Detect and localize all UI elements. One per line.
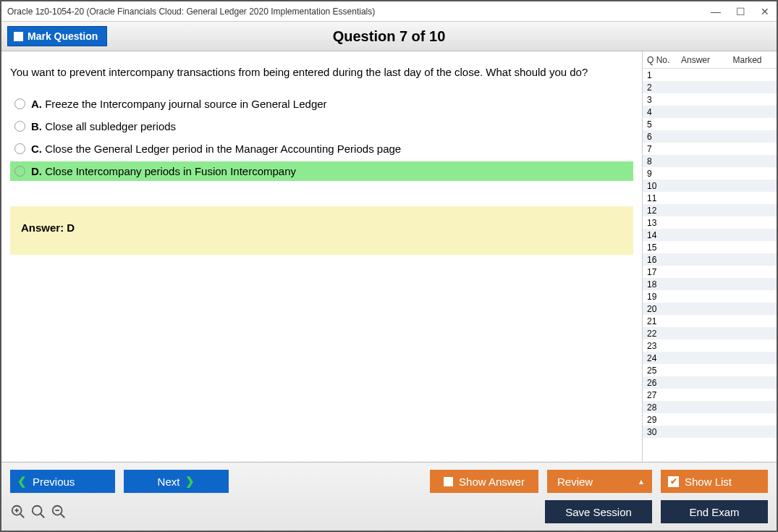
minimize-icon[interactable]: —	[710, 7, 722, 17]
window-controls: — ☐ ✕	[710, 7, 771, 17]
option-c[interactable]: C. Close the General Ledger period in th…	[10, 139, 633, 159]
row-qno: 11	[643, 193, 673, 203]
zoom-in-icon[interactable]	[10, 504, 26, 520]
show-list-check-icon: ✔	[668, 476, 679, 487]
close-icon[interactable]: ✕	[759, 7, 771, 17]
row-qno: 13	[643, 218, 673, 228]
list-row[interactable]: 20	[643, 303, 777, 315]
row-qno: 25	[643, 366, 673, 376]
question-list[interactable]: 1234567891011121314151617181920212223242…	[643, 69, 777, 462]
row-qno: 8	[643, 156, 673, 166]
show-answer-button[interactable]: Show Answer	[430, 470, 538, 493]
row-qno: 21	[643, 316, 673, 326]
review-dropdown-icon: ▲	[638, 478, 645, 486]
footer-row-2: Save Session End Exam	[10, 500, 768, 523]
review-button[interactable]: Review ▲	[547, 470, 652, 493]
list-row[interactable]: 29	[643, 413, 777, 426]
list-row[interactable]: 14	[643, 229, 777, 241]
list-row[interactable]: 25	[643, 364, 777, 376]
list-row[interactable]: 2	[643, 81, 777, 93]
list-row[interactable]: 24	[643, 352, 777, 364]
col-answer: Answer	[673, 55, 718, 65]
list-row[interactable]: 7	[643, 143, 777, 155]
save-session-label: Save Session	[565, 506, 632, 518]
list-row[interactable]: 23	[643, 339, 777, 352]
row-qno: 20	[643, 304, 673, 314]
chevron-right-icon: ❯	[185, 475, 195, 488]
row-qno: 15	[643, 242, 673, 253]
row-qno: 23	[643, 341, 673, 351]
list-row[interactable]: 17	[643, 266, 777, 278]
row-qno: 4	[643, 107, 673, 117]
list-row[interactable]: 13	[643, 216, 777, 229]
row-qno: 22	[643, 329, 673, 339]
row-qno: 12	[643, 206, 673, 216]
show-list-button[interactable]: ✔ Show List	[661, 470, 768, 493]
list-row[interactable]: 18	[643, 278, 777, 290]
list-row[interactable]: 28	[643, 401, 777, 413]
window-title: Oracle 1z0-1054-20 (Oracle Financials Cl…	[7, 7, 710, 17]
col-qno: Q No.	[643, 55, 673, 65]
question-counter: Question 7 of 10	[1, 28, 777, 45]
zoom-out-icon[interactable]	[51, 504, 67, 520]
list-row[interactable]: 16	[643, 253, 777, 266]
row-qno: 19	[643, 292, 673, 302]
list-row[interactable]: 8	[643, 155, 777, 167]
row-qno: 7	[643, 144, 673, 154]
show-list-label: Show List	[685, 476, 732, 488]
option-d[interactable]: D. Close Intercompany periods in Fusion …	[10, 161, 633, 181]
svg-line-5	[41, 514, 45, 518]
next-button[interactable]: Next ❯	[124, 470, 229, 493]
list-row[interactable]: 27	[643, 389, 777, 401]
row-qno: 18	[643, 279, 673, 290]
list-row[interactable]: 5	[643, 118, 777, 130]
radio-icon	[14, 143, 25, 154]
question-pane: You want to prevent intercompany transac…	[1, 51, 642, 462]
list-row[interactable]: 10	[643, 180, 777, 192]
show-answer-box-icon	[444, 477, 453, 486]
svg-line-7	[61, 514, 65, 518]
zoom-controls	[10, 504, 67, 520]
previous-button[interactable]: ❮ Previous	[10, 470, 115, 493]
save-session-button[interactable]: Save Session	[545, 500, 652, 523]
option-a[interactable]: A. Freeze the Intercompany journal sourc…	[10, 94, 633, 114]
answer-box: Answer: D	[10, 206, 633, 255]
row-qno: 17	[643, 267, 673, 277]
list-row[interactable]: 1	[643, 69, 777, 81]
option-text: D. Close Intercompany periods in Fusion …	[31, 165, 296, 177]
header-bar: Mark Question Question 7 of 10	[1, 22, 777, 51]
list-row[interactable]: 6	[643, 130, 777, 143]
row-qno: 29	[643, 415, 673, 425]
radio-icon	[14, 121, 25, 132]
list-row[interactable]: 26	[643, 376, 777, 389]
question-text: You want to prevent intercompany transac…	[10, 64, 633, 80]
list-row[interactable]: 4	[643, 106, 777, 118]
list-row[interactable]: 30	[643, 426, 777, 438]
list-row[interactable]: 21	[643, 315, 777, 327]
row-qno: 26	[643, 378, 673, 388]
list-row[interactable]: 19	[643, 290, 777, 303]
titlebar: Oracle 1z0-1054-20 (Oracle Financials Cl…	[1, 1, 777, 22]
list-row[interactable]: 11	[643, 192, 777, 204]
radio-icon	[14, 98, 25, 109]
row-qno: 24	[643, 353, 673, 363]
list-row[interactable]: 22	[643, 327, 777, 339]
row-qno: 1	[643, 70, 673, 80]
row-qno: 16	[643, 255, 673, 265]
list-row[interactable]: 15	[643, 241, 777, 253]
list-row[interactable]: 3	[643, 93, 777, 106]
option-b[interactable]: B. Close all subledger periods	[10, 117, 633, 136]
mark-question-label: Mark Question	[28, 30, 98, 42]
svg-point-4	[33, 506, 42, 515]
mark-question-button[interactable]: Mark Question	[7, 26, 107, 46]
row-qno: 5	[643, 119, 673, 130]
end-exam-button[interactable]: End Exam	[661, 500, 768, 523]
row-qno: 30	[643, 427, 673, 437]
zoom-reset-icon[interactable]	[30, 504, 46, 520]
maximize-icon[interactable]: ☐	[735, 7, 746, 17]
options-container: A. Freeze the Intercompany journal sourc…	[10, 94, 633, 181]
list-row[interactable]: 12	[643, 204, 777, 216]
list-row[interactable]: 9	[643, 167, 777, 180]
body: You want to prevent intercompany transac…	[1, 51, 777, 462]
row-qno: 3	[643, 95, 673, 105]
